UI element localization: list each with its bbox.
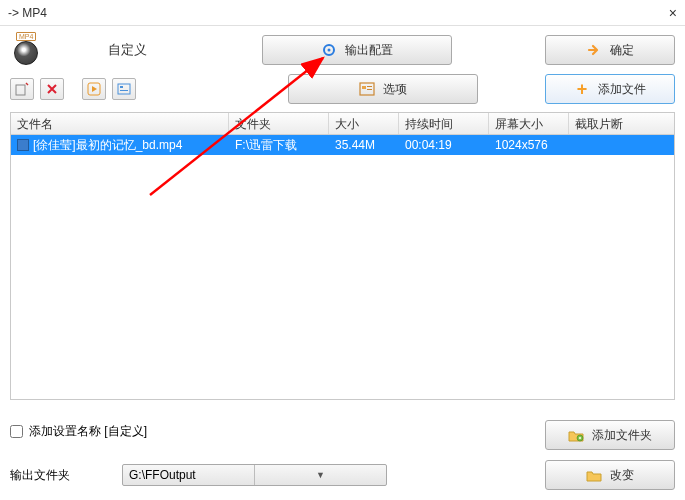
svg-rect-5: [120, 86, 123, 88]
output-folder-combo[interactable]: G:\FFOutput ▼: [122, 464, 387, 486]
change-label: 改变: [610, 467, 634, 484]
svg-rect-10: [367, 89, 372, 90]
col-filename[interactable]: 文件名: [11, 113, 229, 134]
folder-plus-icon: [568, 427, 584, 443]
cell-screen: 1024x576: [489, 136, 569, 154]
table-row[interactable]: [徐佳莹]最初的记忆_bd.mp4 F:\迅雷下载 35.44M 00:04:1…: [11, 135, 674, 155]
window-title: -> MP4: [8, 6, 47, 20]
close-icon[interactable]: ×: [669, 5, 677, 21]
cell-size: 35.44M: [329, 136, 399, 154]
plus-icon: +: [574, 81, 590, 97]
svg-rect-8: [362, 86, 366, 89]
options-icon: [359, 81, 375, 97]
col-size[interactable]: 大小: [329, 113, 399, 134]
change-button[interactable]: 改变: [545, 460, 675, 490]
folder-icon: [586, 467, 602, 483]
add-preset-label: 添加设置名称 [自定义]: [29, 423, 147, 440]
cell-folder: F:\迅雷下载: [229, 135, 329, 156]
add-preset-check[interactable]: [10, 425, 23, 438]
col-screen[interactable]: 屏幕大小: [489, 113, 569, 134]
svg-point-1: [328, 49, 331, 52]
file-table: 文件名 文件夹 大小 持续时间 屏幕大小 截取片断 [徐佳莹]最初的记忆_bd.…: [10, 112, 675, 400]
cell-duration: 00:04:19: [399, 136, 489, 154]
output-config-label: 输出配置: [345, 42, 393, 59]
svg-rect-4: [118, 84, 130, 94]
col-folder[interactable]: 文件夹: [229, 113, 329, 134]
add-file-button[interactable]: + 添加文件: [545, 74, 675, 104]
output-folder-label: 输出文件夹: [10, 467, 110, 484]
col-duration[interactable]: 持续时间: [399, 113, 489, 134]
options-button[interactable]: 选项: [288, 74, 478, 104]
add-file-label: 添加文件: [598, 81, 646, 98]
format-badge: MP4: [16, 32, 36, 41]
cell-filename: [徐佳莹]最初的记忆_bd.mp4: [33, 138, 182, 152]
add-preset-checkbox[interactable]: 添加设置名称 [自定义]: [10, 423, 147, 440]
video-file-icon: [17, 139, 29, 151]
output-folder-value: G:\FFOutput: [123, 468, 254, 482]
format-icon: MP4: [10, 34, 42, 66]
remove-button[interactable]: [10, 78, 34, 100]
add-folder-button[interactable]: 添加文件夹: [545, 420, 675, 450]
svg-rect-2: [16, 85, 25, 95]
chevron-down-icon[interactable]: ▼: [254, 465, 386, 485]
info-button[interactable]: [112, 78, 136, 100]
cell-clip: [569, 143, 674, 147]
ok-label: 确定: [610, 42, 634, 59]
svg-rect-6: [120, 90, 128, 91]
delete-button[interactable]: [40, 78, 64, 100]
custom-label: 自定义: [52, 41, 202, 59]
add-folder-label: 添加文件夹: [592, 427, 652, 444]
col-clip[interactable]: 截取片断: [569, 113, 674, 134]
ok-button[interactable]: 确定: [545, 35, 675, 65]
options-label: 选项: [383, 81, 407, 98]
gear-icon: [321, 42, 337, 58]
output-config-button[interactable]: 输出配置: [262, 35, 452, 65]
play-button[interactable]: [82, 78, 106, 100]
svg-rect-9: [367, 86, 372, 87]
arrow-right-icon: [586, 42, 602, 58]
